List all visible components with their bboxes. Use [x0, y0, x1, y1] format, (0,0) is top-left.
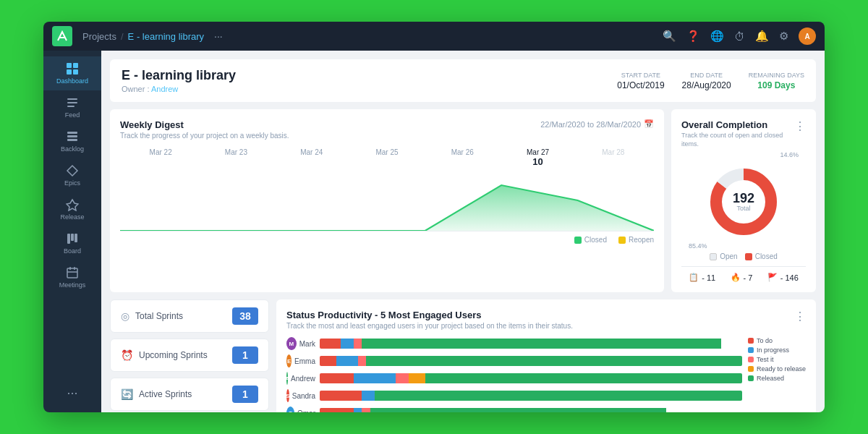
top-nav: Projects / E - learning library ··· 🔍 ❓ … — [43, 22, 825, 51]
bar-rows: MMarkEEmmaAAndrewSSandraOOmar — [286, 337, 742, 412]
app-logo[interactable] — [52, 26, 72, 46]
sidebar-item-backlog[interactable]: Backlog — [43, 124, 101, 158]
day-mar26: Mar 26 — [425, 148, 500, 167]
upcoming-sprints-value: 1 — [232, 346, 258, 364]
globe-icon[interactable]: 🌐 — [710, 30, 724, 43]
widgets-row: Weekly Digest Track the progress of your… — [110, 109, 816, 292]
overall-completion-widget: Overall Completion Track the count of op… — [671, 109, 816, 292]
legend-item: Ready to release — [748, 365, 806, 373]
middle-section: ◎ Total Sprints 38 ⏰ Upcoming Sprints 1 — [110, 299, 816, 412]
svg-rect-2 — [67, 69, 72, 75]
status-prod-subtitle: Track the most and least engaged users i… — [286, 322, 573, 330]
svg-rect-11 — [71, 234, 74, 241]
stat-flag: 🚩 - 146 — [767, 273, 799, 282]
remaining-days-meta: Remaining Days 109 Days — [749, 72, 804, 90]
donut-total: 192 — [733, 192, 754, 205]
sidebar-label-feed: Feed — [65, 111, 80, 119]
completion-menu[interactable]: ⋮ — [794, 119, 806, 148]
sidebar-label-dashboard: Dashboard — [56, 77, 88, 85]
total-sprints-card[interactable]: ◎ Total Sprints 38 — [110, 299, 269, 333]
nav-more-dots[interactable]: ··· — [214, 30, 223, 42]
upcoming-sprints-card[interactable]: ⏰ Upcoming Sprints 1 — [110, 339, 269, 372]
active-sprints-icon: 🔄 — [121, 388, 133, 400]
sidebar-item-board[interactable]: Board — [43, 226, 101, 260]
total-sprints-value: 38 — [232, 307, 258, 325]
legend-item: Test it — [748, 356, 806, 363]
timer-icon[interactable]: ⏱ — [734, 30, 745, 43]
calendar-icon[interactable]: 📅 — [644, 119, 654, 129]
breadcrumb-projects[interactable]: Projects — [82, 31, 116, 42]
svg-rect-7 — [67, 132, 77, 134]
legend-closed: Closed — [574, 236, 607, 244]
svg-rect-6 — [67, 106, 75, 107]
bar-chart: MMarkEEmmaAAndrewSSandraOOmar 0 2 4 6 8 … — [286, 337, 742, 412]
donut-center: 192 Total — [733, 192, 754, 212]
start-date-meta: Start Date 01/Oct/2019 — [617, 72, 664, 90]
help-icon[interactable]: ❓ — [686, 30, 700, 43]
sidebar-item-dashboard[interactable]: Dashboard — [43, 56, 101, 90]
svg-rect-12 — [75, 234, 77, 242]
active-sprints-value: 1 — [232, 386, 258, 403]
completion-title: Overall Completion — [681, 119, 794, 130]
remaining-value: 109 Days — [757, 80, 795, 90]
sidebar-label-epics: Epics — [64, 179, 80, 187]
svg-rect-4 — [67, 98, 77, 100]
svg-rect-3 — [73, 69, 78, 75]
donut-chart: 192 Total — [681, 166, 806, 238]
svg-rect-10 — [67, 234, 70, 244]
upcoming-sprints-icon: ⏰ — [121, 349, 133, 361]
sidebar-more[interactable]: ··· — [61, 380, 83, 407]
upcoming-sprints-label: Upcoming Sprints — [139, 350, 208, 360]
avatar[interactable]: A — [799, 27, 816, 45]
bell-icon[interactable]: 🔔 — [755, 30, 769, 43]
day-mar22: Mar 22 — [123, 148, 198, 167]
svg-marker-14 — [120, 185, 654, 231]
sidebar-item-release[interactable]: Release — [43, 192, 101, 226]
fire-icon: 🔥 — [731, 273, 741, 282]
breadcrumb-sep: / — [121, 31, 124, 42]
search-icon[interactable]: 🔍 — [663, 30, 676, 43]
day-mar23: Mar 23 — [198, 148, 273, 167]
svg-rect-1 — [73, 63, 78, 68]
clipboard-icon: 📋 — [689, 273, 699, 282]
legend-item: In progress — [748, 346, 806, 354]
total-sprints-icon: ◎ — [121, 310, 129, 322]
sidebar-item-feed[interactable]: Feed — [43, 90, 101, 124]
day-mar24: Mar 24 — [274, 148, 349, 167]
completion-subtitle: Track the count of open and closed items… — [681, 132, 794, 148]
settings-icon[interactable]: ⚙ — [779, 30, 788, 43]
weekly-digest-widget: Weekly Digest Track the progress of your… — [110, 109, 664, 292]
sidebar-label-release: Release — [60, 213, 84, 221]
end-date-label: End Date — [690, 72, 723, 79]
end-date-meta: End Date 28/Aug/2020 — [682, 72, 731, 90]
legend-reopen: Reopen — [618, 236, 654, 244]
digest-days: Mar 22 Mar 23 Mar 24 Mar 25 Mar 26 Mar 2… — [120, 148, 654, 167]
donut-label: Total — [733, 205, 754, 212]
digest-subtitle: Track the progress of your project on a … — [120, 132, 289, 140]
sidebar-label-meetings: Meetings — [59, 281, 86, 289]
pct-bot: 85.4% — [681, 242, 806, 250]
digest-date: 22/Mar/2020 to 28/Mar/2020 📅 — [540, 119, 654, 129]
active-sprints-card[interactable]: 🔄 Active Sprints 1 — [110, 378, 269, 411]
svg-rect-9 — [67, 139, 77, 141]
top-nav-actions: 🔍 ❓ 🌐 ⏱ 🔔 ⚙ A — [663, 27, 816, 45]
day-mar28: Mar 28 — [576, 148, 651, 167]
sidebar-label-backlog: Backlog — [61, 145, 84, 153]
status-prod-menu[interactable]: ⋮ — [794, 310, 806, 323]
sidebar-item-epics[interactable]: Epics — [43, 158, 101, 192]
sprints-column: ◎ Total Sprints 38 ⏰ Upcoming Sprints 1 — [110, 299, 269, 412]
bar-legend: To doIn progressTest itReady to releaseR… — [748, 337, 806, 412]
digest-chart: Mar 22 Mar 23 Mar 24 Mar 25 Mar 26 Mar 2… — [120, 148, 654, 235]
flag-icon: 🚩 — [767, 273, 778, 282]
svg-rect-0 — [67, 63, 72, 68]
page-title: E - learning library — [122, 68, 236, 83]
bar-row: AAndrew — [286, 372, 742, 385]
stat-fire: 🔥 - 7 — [731, 273, 753, 282]
total-sprints-label: Total Sprints — [135, 311, 183, 321]
start-date-label: Start Date — [621, 72, 660, 79]
svg-rect-8 — [67, 135, 77, 137]
status-productivity-widget: Status Productivity - 5 Most Engaged Use… — [276, 299, 816, 412]
main-content: E - learning library Owner : Andrew Star… — [101, 51, 825, 412]
sidebar-item-meetings[interactable]: Meetings — [43, 260, 101, 294]
breadcrumb-current: E - learning library — [128, 31, 205, 42]
